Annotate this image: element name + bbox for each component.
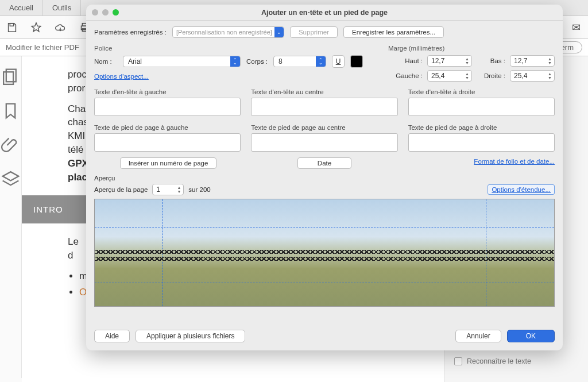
- header-center-label: Texte d'en-tête au centre: [251, 88, 397, 95]
- font-name-label: Nom :: [94, 58, 117, 65]
- footer-right-input[interactable]: [408, 133, 555, 152]
- close-icon[interactable]: [92, 9, 98, 16]
- svg-rect-0: [10, 23, 13, 26]
- header-center-input[interactable]: [251, 98, 397, 116]
- header-right-label: Texte d'en-tête à droite: [408, 88, 555, 95]
- minimize-icon[interactable]: [102, 9, 109, 16]
- margin-left-input[interactable]: 25,4▲▼: [427, 70, 472, 82]
- preview-total: sur 200: [188, 186, 210, 193]
- cloud-icon[interactable]: [54, 21, 67, 34]
- font-group-label: Police: [94, 45, 377, 52]
- header-right-input[interactable]: [408, 98, 555, 116]
- preview-area: [94, 199, 555, 307]
- chevron-down-icon: ⌃⌄: [230, 56, 240, 67]
- font-size-select[interactable]: 8⌃⌄: [273, 56, 326, 67]
- header-footer-dialog: Ajouter un en-tête et un pied de page Pa…: [86, 5, 563, 350]
- tab-home[interactable]: Accueil: [0, 0, 43, 16]
- saved-settings-combo[interactable]: [Personnalisation non enregistrée] ⌄: [172, 26, 284, 38]
- save-settings-button[interactable]: Enregistrer les paramètres...: [343, 26, 444, 38]
- font-name-select[interactable]: Arial⌃⌄: [123, 56, 241, 67]
- ocr-checkbox[interactable]: [454, 357, 462, 365]
- mail-icon[interactable]: ✉: [570, 21, 582, 34]
- margin-group-label: Marge (millimètres): [388, 45, 555, 52]
- margin-top-label: Haut :: [388, 57, 423, 64]
- margin-bottom-label: Bas :: [477, 57, 505, 64]
- svg-rect-5: [3, 72, 13, 84]
- star-icon[interactable]: [30, 21, 42, 34]
- insert-date-button[interactable]: Date: [297, 157, 351, 169]
- font-size-label: Corps :: [246, 58, 268, 65]
- titlebar: Ajouter un en-tête et un pied de page: [86, 5, 563, 21]
- preview-page-input[interactable]: 1▲▼: [152, 184, 184, 195]
- saved-settings-label: Paramètres enregistrés :: [94, 29, 167, 36]
- color-button[interactable]: [350, 55, 363, 68]
- pages-icon[interactable]: [0, 64, 21, 88]
- insert-page-number-button[interactable]: Insérer un numéro de page: [120, 157, 217, 169]
- chevron-down-icon: ⌃⌄: [316, 56, 326, 67]
- underline-button[interactable]: U: [332, 55, 345, 68]
- dialog-footer: Aide Appliquer à plusieurs fichiers Annu…: [86, 324, 563, 350]
- cancel-button[interactable]: Annuler: [455, 330, 501, 342]
- margin-left-label: Gauche :: [388, 72, 423, 79]
- ok-button[interactable]: OK: [507, 330, 555, 342]
- margin-right-input[interactable]: 25,4▲▼: [510, 70, 555, 82]
- svg-rect-4: [6, 70, 16, 82]
- range-options-link[interactable]: Options d'étendue...: [488, 184, 555, 195]
- preview-page-label: Aperçu de la page: [94, 186, 148, 193]
- chevron-down-icon: ⌄: [274, 27, 284, 37]
- left-rail: [0, 56, 22, 378]
- margin-bottom-input[interactable]: 12,7▲▼: [510, 55, 555, 67]
- tab-tools[interactable]: Outils: [43, 0, 81, 16]
- page-title: Modifier le fichier PDF: [6, 43, 79, 52]
- ocr-label: Reconnaître le texte: [467, 357, 531, 365]
- footer-left-label: Texte de pied de page à gauche: [94, 124, 241, 131]
- appearance-options-link[interactable]: Options d'aspect...: [94, 73, 149, 80]
- header-left-label: Texte d'en-tête à gauche: [94, 88, 241, 95]
- folio-format-link[interactable]: Format de folio et de date...: [474, 158, 555, 165]
- header-left-input[interactable]: [94, 98, 241, 116]
- preview-label: Aperçu: [94, 175, 555, 182]
- margin-top-input[interactable]: 12,7▲▼: [427, 55, 472, 67]
- margin-right-label: Droite :: [477, 72, 505, 79]
- footer-center-label: Texte de pied de page au centre: [251, 124, 397, 131]
- apply-multiple-button[interactable]: Appliquer à plusieurs fichiers: [136, 330, 245, 342]
- attachment-icon[interactable]: [0, 133, 21, 157]
- bookmark-icon[interactable]: [0, 99, 21, 123]
- help-button[interactable]: Aide: [94, 330, 130, 342]
- layers-icon[interactable]: [0, 168, 21, 192]
- footer-left-input[interactable]: [94, 133, 241, 152]
- maximize-icon[interactable]: [113, 9, 119, 16]
- dialog-title: Ajouter un en-tête et un pied de page: [261, 9, 388, 17]
- footer-center-input[interactable]: [251, 133, 397, 152]
- delete-button: Supprimer: [290, 26, 338, 38]
- footer-right-label: Texte de pied de page à droite: [408, 124, 555, 131]
- save-icon[interactable]: [6, 21, 18, 34]
